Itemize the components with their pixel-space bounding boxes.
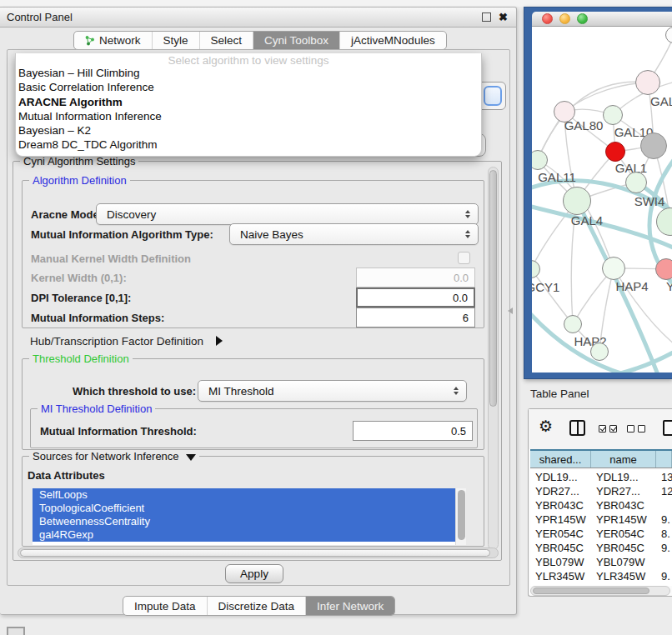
table-row[interactable]: YPR145WYPR145W9. (530, 512, 672, 527)
list-vertical-scrollbar[interactable] (455, 488, 466, 545)
zoom-traffic-light-icon[interactable] (577, 13, 588, 24)
expand-arrow-icon[interactable] (216, 336, 223, 346)
data-attributes-label: Data Attributes (28, 469, 105, 482)
table-row[interactable]: YBL079WYBL079W (530, 555, 672, 569)
table-horizontal-scrollbar[interactable] (530, 586, 670, 596)
mi-threshold-definition-group: MI Threshold Definition Mutual Informati… (30, 408, 478, 448)
table-body: YDL19...YDL19...13YDR27...YDR27...12YBR0… (530, 470, 672, 586)
table-cell: YDR27... (530, 485, 591, 498)
algorithm-option-aracne-algorithm[interactable]: ARACNE Algorithm (16, 95, 481, 109)
network-node-swi4[interactable] (625, 172, 647, 193)
scrollbar-thumb[interactable] (20, 549, 490, 557)
close-traffic-light-icon[interactable] (542, 13, 553, 24)
table-cell: YER054C (591, 528, 656, 540)
network-window-titlebar[interactable] (532, 12, 672, 27)
columns-icon[interactable] (569, 420, 585, 436)
close-window-icon[interactable]: ✖ (499, 12, 508, 22)
algorithm-option-dream8-dc-tdc-algorithm[interactable]: Dream8 DC_TDC Algorithm (16, 138, 481, 152)
settings-vertical-scrollbar[interactable] (488, 167, 499, 550)
table-cell: YDL19... (591, 471, 656, 483)
network-node-hap4[interactable] (602, 257, 625, 280)
hub-definition-label: Hub/Transcription Factor Definition (30, 335, 203, 348)
dpi-tolerance-field[interactable] (356, 288, 475, 308)
export-table-icon[interactable] (663, 420, 672, 436)
network-node-label: GAL (650, 94, 672, 108)
network-node-label: SWI4 (634, 194, 665, 208)
network-node-gal[interactable] (635, 70, 660, 95)
tab-select[interactable]: Select (199, 32, 253, 49)
algorithm-option-basic-correlation-inference[interactable]: Basic Correlation Inference (16, 80, 481, 94)
network-node-gal4[interactable] (563, 187, 591, 215)
table-row[interactable]: YBR043CYBR043C (530, 498, 672, 512)
algorithm-option-mutual-information-inference[interactable]: Mutual Information Inference (16, 109, 481, 123)
sources-title-text: Sources for Network Inference (33, 450, 179, 462)
table-panel: ⚙ shared...name YDL19...YDL19...13YDR27.… (528, 408, 672, 597)
attribute-item-betweennesscentrality[interactable]: BetweennessCentrality (33, 515, 455, 528)
table-cell: YBL079W (591, 556, 656, 568)
data-attributes-list[interactable]: SelfLoopsTopologicalCoefficientBetweenne… (33, 488, 466, 545)
mi-steps-field[interactable] (356, 308, 475, 328)
control-panel-tab-bar: NetworkStyleSelectCyni ToolboxjActiveMNo… (73, 31, 447, 50)
gear-icon[interactable]: ⚙ (539, 418, 553, 434)
table-cell: 12 (656, 485, 672, 498)
tab-discretize-data[interactable]: Discretize Data (207, 597, 306, 615)
tab-label: Infer Network (317, 600, 384, 612)
select-all-columns-icon[interactable] (599, 425, 617, 432)
table-cell: YBR043C (530, 499, 591, 512)
network-node-unlabeled[interactable] (590, 342, 609, 361)
table-row[interactable]: YER054CYER054C8. (530, 527, 672, 541)
network-canvas[interactable]: GALGAL80GAL10GAL1GAL11SWI4GAL4GCY1HAP4YH… (532, 27, 672, 372)
dropdown-list: Bayesian – Hill ClimbingBasic Correlatio… (16, 66, 481, 152)
minimize-traffic-light-icon[interactable] (559, 13, 570, 24)
aracne-mode-combo[interactable]: Discovery (96, 203, 479, 225)
attribute-item-gal4rgexp[interactable]: gal4RGexp (33, 528, 455, 542)
collapse-arrow-icon[interactable] (186, 454, 196, 461)
apply-button[interactable]: Apply (225, 564, 283, 583)
tab-label: Cyni Toolbox (264, 34, 328, 47)
deselect-all-columns-icon[interactable] (627, 425, 645, 432)
table-cell: 9. (656, 570, 672, 582)
tab-impute-data[interactable]: Impute Data (123, 597, 207, 615)
float-window-icon[interactable] (482, 12, 491, 22)
network-node-unlabeled[interactable] (640, 132, 667, 159)
scrollbar-thumb[interactable] (489, 170, 497, 407)
table-row[interactable]: YDR27...YDR27...12 (530, 484, 672, 498)
settings-horizontal-scrollbar[interactable] (18, 548, 499, 558)
attribute-item-topologicalcoefficient[interactable]: TopologicalCoefficient (33, 502, 455, 515)
table-row[interactable]: YLR345WYLR345W9. (530, 569, 672, 583)
column-header-name[interactable]: name (591, 451, 656, 468)
minimized-panel-icon[interactable] (7, 627, 25, 635)
hub-definition-section[interactable]: Hub/Transcription Factor Definition (30, 333, 223, 348)
table-cell: YPR145W (591, 513, 656, 526)
panel-splitter-handle[interactable] (508, 308, 513, 314)
algorithm-option-bayesian-hill-climbing[interactable]: Bayesian – Hill Climbing (16, 66, 481, 80)
control-panel-titlebar[interactable]: Control Panel ✖ (0, 8, 516, 28)
which-threshold-combo[interactable]: MI Threshold (198, 380, 467, 402)
algorithm-option-bayesian-k2[interactable]: Bayesian – K2 (16, 123, 481, 138)
tab-cyni-toolbox[interactable]: Cyni Toolbox (253, 32, 339, 49)
network-node-y[interactable] (655, 258, 672, 280)
tab-jactivemnodules[interactable]: jActiveMNodules (339, 32, 446, 49)
table-cell: YDR27... (591, 485, 656, 498)
tab-style[interactable]: Style (152, 32, 199, 49)
table-row[interactable]: YDL19...YDL19...13 (530, 470, 672, 484)
scrollbar-thumb[interactable] (458, 490, 465, 540)
scrollbar-thumb[interactable] (533, 588, 649, 594)
network-node-gal1[interactable] (605, 142, 625, 162)
table-row[interactable]: YBR045CYBR045C9. (530, 541, 672, 555)
column-header-3[interactable] (656, 451, 672, 468)
mi-algorithm-type-combo[interactable]: Naive Bayes (229, 223, 479, 245)
column-header-shared[interactable]: shared... (530, 451, 591, 468)
network-node-gal10[interactable] (603, 105, 623, 125)
aracne-mode-value: Discovery (107, 208, 156, 221)
mi-threshold-field[interactable] (353, 421, 473, 441)
dpi-tolerance-label: DPI Tolerance [0,1]: (31, 292, 131, 304)
kernel-width-field[interactable] (356, 268, 475, 288)
which-threshold-value: MI Threshold (208, 385, 274, 398)
manual-kernel-width-checkbox[interactable] (458, 252, 470, 264)
table-cell: YBR045C (591, 542, 656, 554)
tab-infer-network[interactable]: Infer Network (305, 597, 394, 615)
network-node-hap2[interactable] (564, 315, 582, 333)
tab-network[interactable]: Network (74, 32, 152, 49)
attribute-item-selfloops[interactable]: SelfLoops (33, 488, 455, 502)
